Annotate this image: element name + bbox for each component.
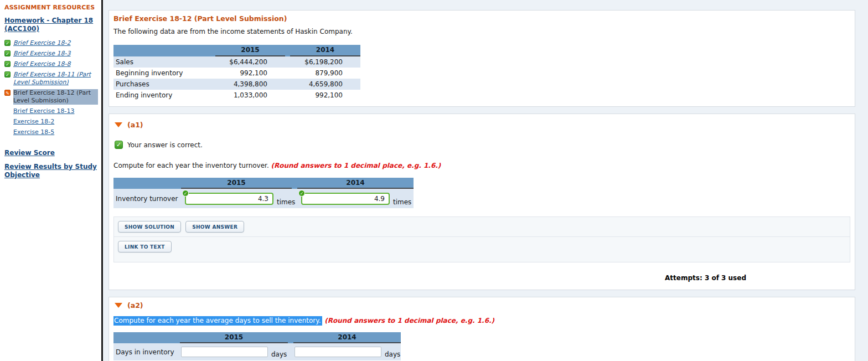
column-header-2015: 2015 (215, 45, 285, 56)
attempts-status: Attempts: 3 of 3 used (113, 274, 850, 282)
section-a2-label: (a2) (127, 301, 143, 310)
feedback-text: Your answer is correct. (127, 141, 203, 149)
rounding-note: (Round answers to 1 decimal place, e.g. … (324, 317, 494, 324)
pencil-in-progress-icon: ✎ (4, 90, 11, 96)
table-header-row: 2015 2014 (113, 332, 401, 343)
inventory-turnover-2015-input[interactable] (185, 193, 273, 205)
sidebar-item-be18-2[interactable]: ✓ Brief Exercise 18-2 (4, 39, 98, 47)
sidebar-item-label[interactable]: Brief Exercise 18-2 (13, 39, 71, 47)
unit-label: times (393, 198, 411, 208)
sidebar-title: ASSIGNMENT RESOURCES (4, 4, 98, 11)
sidebar-item-label[interactable]: Brief Exercise 18-13 (13, 107, 75, 115)
sidebar-item-label[interactable]: Exercise 18-2 (13, 118, 54, 126)
sidebar-item-label[interactable]: Brief Exercise 18-11 (Part Level Submiss… (13, 71, 98, 86)
unit-label: days (385, 350, 400, 360)
table-row: Beginning inventory 992,100 879,900 (113, 68, 360, 79)
answer-table-a1: 2015 2014 Inventory turnover ✓ times (113, 178, 414, 208)
table-row: Purchases 4,398,800 4,659,800 (113, 79, 360, 90)
show-answer-button[interactable]: SHOW ANSWER (185, 221, 244, 233)
column-header-2014: 2014 (293, 332, 401, 343)
correct-badge-icon: ✓ (182, 190, 189, 197)
question-a2: Compute for each year the average days t… (113, 317, 850, 324)
answer-row-label: Inventory turnover (113, 195, 181, 203)
review-results-link[interactable]: Review Results by Study Objective (4, 163, 98, 179)
sidebar-item-be18-13[interactable]: Brief Exercise 18-13 (4, 107, 98, 115)
correct-check-icon: ✓ (115, 141, 123, 149)
exercise-description: The following data are from the income s… (113, 28, 850, 35)
table-header-row: 2015 2014 (113, 178, 414, 189)
sidebar-item-label[interactable]: Brief Exercise 18-12 (Part Level Submiss… (13, 89, 98, 105)
check-icon: ✓ (4, 71, 11, 78)
check-icon: ✓ (4, 40, 11, 46)
part-a2-panel: (a2) Compute for each year the average d… (108, 297, 855, 361)
table-row: Sales $6,444,200 $6,198,200 (113, 56, 360, 68)
table-row: Ending inventory 1,033,000 992,100 (113, 90, 360, 101)
sidebar-item-be18-3[interactable]: ✓ Brief Exercise 18-3 (4, 50, 98, 58)
answer-table-a2: 2015 2014 Days in inventory days days (113, 332, 401, 360)
correct-badge-icon: ✓ (298, 190, 305, 197)
sidebar-item-be18-8[interactable]: ✓ Brief Exercise 18-8 (4, 60, 98, 68)
page: ASSIGNMENT RESOURCES Homework - Chapter … (0, 0, 868, 361)
column-header-2014: 2014 (297, 178, 414, 189)
check-icon: ✓ (4, 61, 11, 67)
section-a1-label: (a1) (127, 121, 143, 129)
collapse-triangle-icon[interactable] (115, 122, 122, 127)
table-header-row: 2015 2014 (113, 45, 360, 56)
inventory-turnover-2014-input[interactable] (301, 193, 390, 205)
days-in-inventory-2015-input[interactable] (181, 347, 268, 357)
assignment-link[interactable]: Homework - Chapter 18 (ACC100) (4, 17, 98, 33)
column-header-2015: 2015 (180, 332, 288, 343)
sidebar-item-label[interactable]: Brief Exercise 18-3 (13, 50, 71, 58)
answer-row: Inventory turnover ✓ times ✓ (113, 189, 414, 208)
check-icon: ✓ (4, 50, 11, 56)
sidebar-item-e18-2[interactable]: Exercise 18-2 (4, 118, 98, 126)
unit-label: days (271, 350, 287, 360)
section-a1-header: (a1) (115, 121, 850, 129)
sidebar-item-be18-11[interactable]: ✓ Brief Exercise 18-11 (Part Level Submi… (4, 71, 98, 86)
assignment-resources-sidebar: ASSIGNMENT RESOURCES Homework - Chapter … (0, 0, 101, 361)
sidebar-item-label[interactable]: Brief Exercise 18-8 (13, 60, 71, 68)
part-a1-panel: (a1) ✓ Your answer is correct. Compute f… (108, 114, 855, 290)
feedback-message: ✓ Your answer is correct. (115, 141, 850, 149)
exercise-title: Brief Exercise 18-12 (Part Level Submiss… (113, 14, 850, 23)
rounding-note: (Round answers to 1 decimal place, e.g. … (271, 162, 441, 169)
exercise-intro-panel: Brief Exercise 18-12 (Part Level Submiss… (108, 10, 855, 107)
income-statement-table: 2015 2014 Sales $6,444,200 $6,198,200 Be… (113, 45, 360, 101)
collapse-triangle-icon[interactable] (115, 303, 122, 308)
section-a2-header: (a2) (115, 301, 850, 310)
sidebar-item-e18-5[interactable]: Exercise 18-5 (4, 128, 98, 136)
review-score-link[interactable]: Review Score (4, 149, 98, 157)
action-buttons-box: SHOW SOLUTION SHOW ANSWER LINK TO TEXT (113, 216, 850, 262)
selected-question-text: Compute for each year the average days t… (113, 316, 322, 326)
link-to-text-button[interactable]: LINK TO TEXT (118, 241, 172, 252)
answer-row: Days in inventory days days (113, 343, 401, 360)
column-header-2015: 2015 (181, 178, 292, 189)
show-solution-button[interactable]: SHOW SOLUTION (118, 221, 181, 233)
sidebar-item-label[interactable]: Exercise 18-5 (13, 128, 54, 136)
question-a1: Compute for each year the inventory turn… (113, 162, 850, 169)
main-content: Brief Exercise 18-12 (Part Level Submiss… (103, 0, 868, 361)
answer-row-label: Days in inventory (113, 348, 180, 356)
days-in-inventory-2014-input[interactable] (294, 347, 381, 357)
sidebar-item-be18-12-selected[interactable]: ✎ Brief Exercise 18-12 (Part Level Submi… (4, 89, 98, 105)
column-header-2014: 2014 (290, 45, 360, 56)
